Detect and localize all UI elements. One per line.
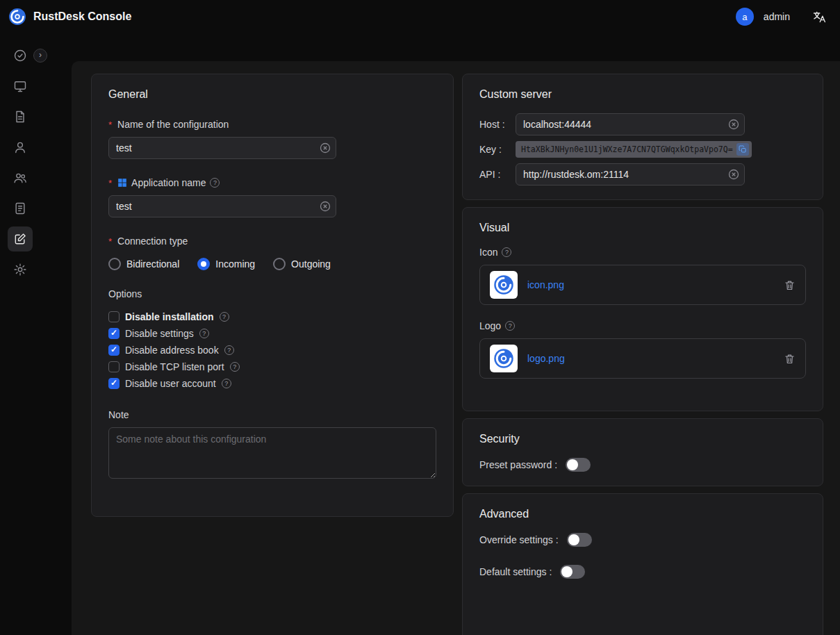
logo-label: Logo ? (479, 320, 806, 331)
trash-icon[interactable] (784, 279, 796, 291)
checkbox-box[interactable] (108, 378, 120, 389)
sidebar-item-settings[interactable] (8, 257, 33, 282)
radio-outgoing[interactable]: Outgoing (273, 258, 331, 270)
checkbox-disable-address-book[interactable]: Disable address book ? (108, 343, 436, 358)
default-settings-row: Default settings : (479, 565, 806, 579)
options-list: Disable installation ? Disable settings … (108, 309, 436, 391)
host-input-wrap (516, 113, 745, 135)
override-settings-toggle[interactable] (567, 533, 592, 547)
brand: RustDesk Console (8, 8, 131, 26)
checkbox-disable-settings[interactable]: Disable settings ? (108, 326, 436, 341)
api-label: API : (479, 169, 516, 180)
sidebar-item-users[interactable] (8, 135, 33, 160)
clear-icon[interactable] (728, 119, 739, 130)
monitor-icon (13, 79, 27, 93)
icon-filebox: icon.png (479, 265, 806, 305)
radio-circle[interactable] (197, 258, 210, 270)
radio-circle[interactable] (108, 258, 121, 270)
application-name-label: * Application name ? (108, 177, 436, 188)
avatar[interactable]: a (736, 8, 754, 26)
sidebar-item-documents[interactable] (8, 104, 33, 129)
api-input-wrap (516, 163, 745, 185)
sidebar-item-audit[interactable] (8, 196, 33, 221)
icon-label: Icon ? (479, 247, 806, 258)
help-icon[interactable]: ? (230, 362, 240, 372)
api-input[interactable] (523, 169, 725, 180)
sidebar-item-groups[interactable] (8, 165, 33, 190)
general-panel: General * Name of the configuration * Ap… (91, 74, 454, 517)
name-input-wrap (108, 137, 336, 159)
icon-thumbnail (490, 271, 518, 299)
trash-icon[interactable] (784, 353, 796, 365)
checkbox-box[interactable] (108, 361, 120, 372)
security-title: Security (479, 433, 806, 445)
help-icon[interactable]: ? (220, 312, 229, 322)
host-row: Host : (479, 113, 806, 135)
checkbox-disable-tcp-listen-port[interactable]: Disable TCP listen port ? (108, 359, 436, 374)
sidebar-item-configurations[interactable] (8, 226, 33, 251)
application-name-input[interactable] (116, 201, 316, 212)
connection-type-label: * Connection type (108, 236, 436, 247)
logo-filename-link[interactable]: logo.png (527, 353, 565, 364)
checkbox-box[interactable] (108, 328, 120, 339)
visual-title: Visual (479, 222, 806, 234)
host-input[interactable] (523, 119, 725, 130)
topbar: RustDesk Console a admin (0, 0, 840, 33)
gear-icon (13, 263, 27, 277)
users-icon (13, 171, 27, 185)
connection-type-radios: Bidirectional Incoming Outgoing (108, 258, 436, 270)
clear-icon[interactable] (320, 142, 331, 154)
default-settings-label: Default settings : (479, 566, 552, 577)
default-settings-toggle[interactable] (560, 565, 585, 579)
checkbox-box[interactable] (108, 345, 120, 356)
custom-server-title: Custom server (479, 88, 806, 101)
required-asterisk: * (108, 236, 112, 247)
clear-icon[interactable] (728, 169, 739, 180)
user-icon (13, 140, 27, 154)
note-textarea[interactable] (108, 427, 436, 479)
icon-filename-link[interactable]: icon.png (527, 279, 564, 290)
radio-circle[interactable] (273, 258, 286, 270)
required-asterisk: * (108, 119, 112, 130)
help-icon[interactable]: ? (222, 379, 231, 388)
name-label: * Name of the configuration (108, 119, 436, 130)
help-icon[interactable]: ? (210, 178, 220, 188)
username[interactable]: admin (764, 11, 790, 22)
help-icon[interactable]: ? (199, 329, 209, 338)
custom-server-panel: Custom server Host : Key : HtaXBkJNHyn0e… (462, 74, 823, 200)
override-settings-row: Override settings : (479, 533, 806, 547)
app-title: RustDesk Console (33, 10, 131, 23)
host-label: Host : (479, 119, 516, 130)
clear-icon[interactable] (320, 201, 331, 212)
help-icon[interactable]: ? (224, 345, 234, 355)
key-label: Key : (479, 144, 516, 155)
options-label: Options (108, 288, 436, 299)
topbar-right: a admin (736, 8, 826, 26)
copy-icon[interactable] (736, 143, 749, 156)
checkbox-disable-user-account[interactable]: Disable user account ? (108, 376, 436, 391)
sidebar-expand-button[interactable]: › (33, 49, 47, 63)
name-input[interactable] (116, 142, 316, 154)
windows-icon (117, 178, 127, 188)
checkbox-box[interactable] (108, 311, 120, 322)
logo-thumbnail (490, 345, 518, 372)
rustdesk-logo-icon (8, 8, 26, 26)
preset-password-label: Preset password : (479, 459, 557, 470)
preset-password-toggle[interactable] (566, 458, 591, 472)
visual-panel: Visual Icon ? icon.png (462, 207, 823, 411)
sidebar-item-devices[interactable] (8, 74, 33, 99)
document-icon (13, 110, 27, 124)
radio-incoming[interactable]: Incoming (197, 258, 255, 270)
sidebar-item-status[interactable] (8, 43, 33, 68)
main-content: General * Name of the configuration * Ap… (72, 61, 840, 635)
radio-bidirectional[interactable]: Bidirectional (108, 258, 179, 270)
checkbox-disable-installation[interactable]: Disable installation ? (108, 309, 436, 324)
advanced-panel: Advanced Override settings : Default set… (462, 493, 823, 635)
help-icon[interactable]: ? (502, 247, 511, 257)
api-row: API : (479, 163, 806, 185)
help-icon[interactable]: ? (505, 321, 515, 331)
translate-icon[interactable] (812, 10, 826, 24)
note-label: Note (108, 409, 436, 420)
advanced-title: Advanced (479, 508, 806, 520)
audit-log-icon (13, 201, 27, 215)
